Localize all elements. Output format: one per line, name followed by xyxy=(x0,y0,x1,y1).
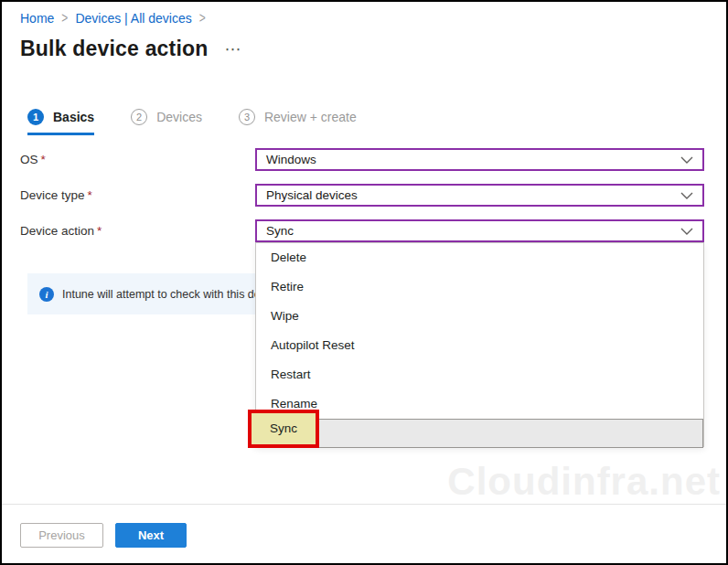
breadcrumb: Home > Devices | All devices > xyxy=(20,11,206,26)
annotation-highlight-sync[interactable]: Sync xyxy=(248,410,319,448)
form-row-os: OS* Windows xyxy=(20,148,704,171)
device-action-select[interactable]: Sync xyxy=(255,219,704,242)
breadcrumb-link-home[interactable]: Home xyxy=(20,11,54,26)
dropdown-option-retire[interactable]: Retire xyxy=(256,272,703,302)
watermark: Cloudinfra.net xyxy=(447,460,721,504)
device-type-select[interactable]: Physical devices xyxy=(255,184,704,207)
tab-basics-label: Basics xyxy=(53,110,94,124)
page-header: Bulk device action ⋯ xyxy=(20,37,245,61)
os-select[interactable]: Windows xyxy=(255,148,704,171)
more-options-icon[interactable]: ⋯ xyxy=(221,41,245,58)
form-row-device-type: Device type* Physical devices xyxy=(20,184,704,207)
previous-button[interactable]: Previous xyxy=(20,523,103,548)
bulk-device-action-page: Home > Devices | All devices > Bulk devi… xyxy=(0,0,728,565)
device-action-label: Device action* xyxy=(20,224,102,238)
dropdown-option-wipe[interactable]: Wipe xyxy=(256,302,703,331)
info-banner-text: Intune will attempt to check with this d… xyxy=(62,288,261,301)
next-button[interactable]: Next xyxy=(115,523,187,548)
footer-bar: Previous Next xyxy=(2,504,726,563)
info-icon: i xyxy=(39,287,54,302)
step-2-badge: 2 xyxy=(131,109,147,125)
dropdown-option-rename[interactable]: Rename xyxy=(256,389,703,419)
tab-devices[interactable]: 2 Devices xyxy=(131,109,202,135)
dropdown-option-delete[interactable]: Delete xyxy=(256,243,703,272)
step-1-badge: 1 xyxy=(27,109,44,125)
chevron-down-icon xyxy=(680,192,693,199)
breadcrumb-separator-icon: > xyxy=(199,10,206,27)
wizard-steps: 1 Basics 2 Devices 3 Review + create xyxy=(27,109,357,135)
required-mark: * xyxy=(41,153,46,166)
device-type-select-value: Physical devices xyxy=(266,188,680,202)
chevron-down-icon xyxy=(680,228,693,235)
device-action-dropdown-list: Delete Retire Wipe Autopilot Reset Resta… xyxy=(255,242,704,447)
step-3-badge: 3 xyxy=(239,109,255,125)
tab-review-create-label: Review + create xyxy=(264,110,357,124)
required-mark: * xyxy=(97,224,102,238)
os-select-value: Windows xyxy=(266,153,680,166)
tab-basics[interactable]: 1 Basics xyxy=(27,109,94,135)
device-type-label: Device type* xyxy=(20,188,92,202)
dropdown-option-sync[interactable] xyxy=(256,419,703,448)
page-title: Bulk device action xyxy=(20,37,209,61)
form-row-device-action: Device action* Sync xyxy=(20,219,704,242)
device-action-select-value: Sync xyxy=(266,224,680,238)
required-mark: * xyxy=(88,188,92,202)
chevron-down-icon xyxy=(680,156,693,164)
os-label: OS* xyxy=(20,153,46,166)
breadcrumb-link-all-devices[interactable]: Devices | All devices xyxy=(75,11,191,26)
breadcrumb-separator-icon: > xyxy=(61,10,68,27)
dropdown-option-autopilot-reset[interactable]: Autopilot Reset xyxy=(256,331,703,360)
tab-review-create[interactable]: 3 Review + create xyxy=(239,109,357,135)
dropdown-option-restart[interactable]: Restart xyxy=(256,360,703,389)
tab-devices-label: Devices xyxy=(156,110,202,124)
